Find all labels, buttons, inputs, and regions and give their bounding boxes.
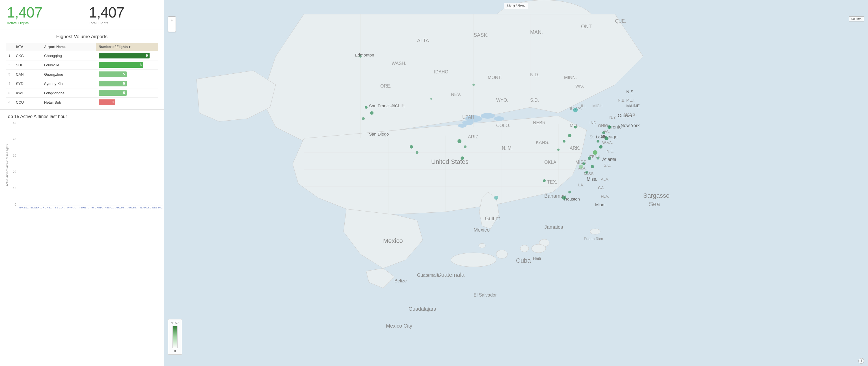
svg-point-10 <box>458 124 466 128</box>
svg-point-115 <box>579 165 583 169</box>
svg-point-123 <box>410 145 413 148</box>
iata-cell: SDF <box>13 60 41 70</box>
x-label: NES INC. <box>152 206 163 209</box>
svg-point-100 <box>531 244 546 253</box>
svg-text:N.B.: N.B. <box>618 98 625 102</box>
col-flights[interactable]: Number of Flights ▾ <box>96 43 158 51</box>
svg-text:N.C.: N.C. <box>607 149 614 153</box>
svg-text:ONT.: ONT. <box>581 24 593 29</box>
y-axis: 01020304050 <box>9 122 17 206</box>
svg-text:Cuba: Cuba <box>516 257 531 264</box>
svg-text:MAINE: MAINE <box>626 103 640 108</box>
svg-point-107 <box>596 140 599 143</box>
row-num: 5 <box>6 89 13 98</box>
svg-point-119 <box>557 148 560 151</box>
svg-text:ARK.: ARK. <box>570 146 580 151</box>
svg-text:MONT.: MONT. <box>488 75 502 80</box>
svg-point-129 <box>562 196 566 200</box>
svg-point-112 <box>583 162 585 165</box>
svg-point-108 <box>599 145 602 148</box>
y-tick: 40 <box>9 138 16 141</box>
svg-text:SASK.: SASK. <box>473 32 489 38</box>
svg-text:Miami: Miami <box>595 202 607 207</box>
iata-cell: CCU <box>13 98 41 107</box>
table-row: 6 CCU Netaji Sub 3 <box>6 98 158 107</box>
airport-section: Highest Volume Airports IATA Airport Nam… <box>0 29 164 109</box>
svg-text:NEBR.: NEBR. <box>533 120 547 125</box>
x-label: IRWAYS... <box>67 206 79 209</box>
bar-chart-area: 01020304050 <box>9 122 164 206</box>
airport-table-body: 1 CKG Chongqing 9 2 SDF Louisville 8 <box>6 51 158 107</box>
svg-point-102 <box>590 229 600 234</box>
svg-text:Miss.: Miss. <box>587 177 597 181</box>
svg-text:WASH.: WASH. <box>392 61 406 66</box>
active-flights-stat: 1,407 Active Flights <box>0 0 82 29</box>
svg-point-117 <box>568 134 571 137</box>
table-row: 2 SDF Louisville 8 <box>6 60 158 70</box>
zoom-out-button[interactable]: − <box>168 24 176 32</box>
row-num: 3 <box>6 70 13 79</box>
flights-bar-cell: 5 <box>96 89 158 98</box>
x-label: TERN AI... <box>79 206 91 209</box>
svg-point-111 <box>596 157 599 160</box>
svg-point-124 <box>415 151 418 154</box>
svg-point-106 <box>604 136 609 140</box>
svg-point-113 <box>591 165 594 168</box>
svg-point-114 <box>585 171 588 174</box>
svg-point-120 <box>365 106 368 109</box>
x-label: IR CHINA <box>91 206 103 209</box>
svg-text:S.C.: S.C. <box>603 163 611 167</box>
flights-bar-cell: 5 <box>96 70 158 79</box>
x-label: EL SERV... <box>31 206 42 209</box>
svg-point-104 <box>608 125 611 129</box>
y-tick: 20 <box>9 170 16 173</box>
svg-text:Mexico: Mexico <box>473 227 490 233</box>
svg-text:TEX.: TEX. <box>547 179 557 185</box>
chart-section: Top 15 Active Airlines last hour Active … <box>0 109 164 366</box>
chart-row: Active Airlines Active Num Flights 01020… <box>6 122 158 209</box>
svg-text:Haiti: Haiti <box>533 256 541 261</box>
svg-point-130 <box>568 191 571 194</box>
table-header-row: IATA Airport Name Number of Flights ▾ <box>6 43 158 51</box>
x-label: AIRLINES <box>127 206 139 209</box>
map-zoom-controls[interactable]: + − <box>168 16 176 32</box>
iata-cell: KWE <box>13 89 41 98</box>
svg-text:ALA.: ALA. <box>601 177 609 181</box>
total-flights-number: 1,407 <box>89 5 124 20</box>
svg-text:Guatemala: Guatemala <box>437 272 465 278</box>
iata-cell: SYD <box>13 79 41 89</box>
airport-name-cell: Louisville <box>41 60 96 70</box>
svg-text:Jamaica: Jamaica <box>544 224 563 230</box>
info-icon[interactable]: ℹ <box>858 358 864 364</box>
map-container[interactable]: ALTA. SASK. MAN. ONT. QUE. WASH. ORE. CA… <box>164 0 868 366</box>
svg-text:P.E.I.: P.E.I. <box>626 98 635 102</box>
svg-point-128 <box>543 179 546 182</box>
map-panel: Map View + − 500 km <box>164 0 868 366</box>
svg-point-121 <box>370 111 373 115</box>
row-num: 1 <box>6 51 13 60</box>
map-legend: 4,907 0 <box>168 319 182 355</box>
active-flights-label: Active Flights <box>7 21 29 25</box>
svg-text:N. M.: N. M. <box>502 146 513 151</box>
svg-text:OKLA.: OKLA. <box>544 160 558 165</box>
chart-title: Top 15 Active Airlines last hour <box>6 114 158 119</box>
svg-point-110 <box>588 157 591 160</box>
svg-point-8 <box>480 113 495 119</box>
svg-text:MISS.: MISS. <box>576 160 588 165</box>
zoom-in-button[interactable]: + <box>168 16 176 24</box>
table-row: 5 KWE Longdongba 5 <box>6 89 158 98</box>
stats-row: 1,407 Active Flights 1,407 Total Flights <box>0 0 164 29</box>
svg-text:Puerto Rico: Puerto Rico <box>584 237 603 241</box>
svg-text:Mexico: Mexico <box>383 237 403 244</box>
svg-text:Sargasso: Sargasso <box>643 192 670 199</box>
legend-max: 4,907 <box>171 321 179 325</box>
iata-cell: CKG <box>13 51 41 60</box>
total-flights-stat: 1,407 Total Flights <box>82 0 164 29</box>
airport-name-cell: Longdongba <box>41 89 96 98</box>
airport-name-cell: Netaji Sub <box>41 98 96 107</box>
x-label: YPRESS... <box>19 206 30 209</box>
svg-text:COLO.: COLO. <box>496 123 510 128</box>
svg-text:N.D.: N.D. <box>530 72 539 77</box>
flights-bar-cell: 9 <box>96 51 158 60</box>
svg-point-11 <box>494 117 504 121</box>
